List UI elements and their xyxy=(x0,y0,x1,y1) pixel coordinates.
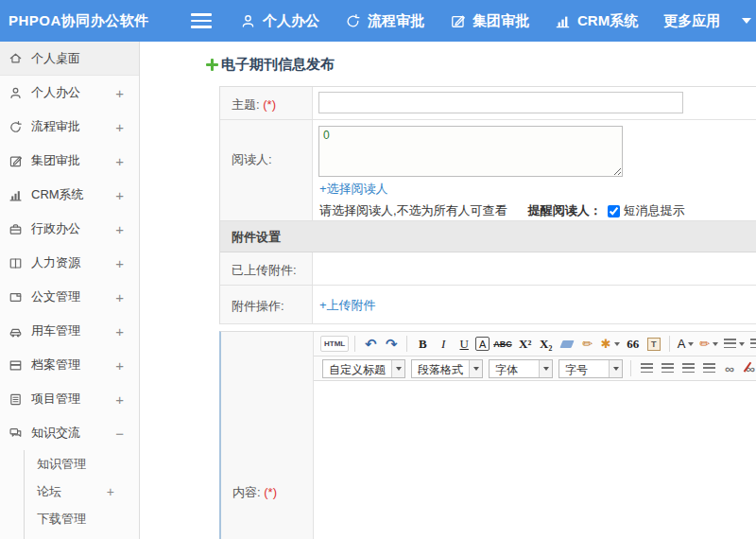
unordered-list-button[interactable] xyxy=(748,335,756,354)
strikethrough-button[interactable]: ABC xyxy=(491,335,514,354)
superscript-button[interactable]: X² xyxy=(516,335,535,354)
align-right-button[interactable] xyxy=(679,359,697,378)
sidebar-item-档案管理[interactable]: 档案管理+ xyxy=(0,348,139,382)
expander-icon[interactable]: + xyxy=(115,119,129,135)
redo-button[interactable]: ↷ xyxy=(382,335,401,354)
bar-chart-icon xyxy=(9,188,23,202)
caret-down-icon[interactable] xyxy=(539,360,552,377)
caret-down-icon[interactable] xyxy=(391,360,404,377)
editor-content-area[interactable] xyxy=(314,381,756,539)
sidebar-sublist: 知识管理论坛+下载管理公共文件柜 xyxy=(24,450,139,539)
app-title: PHPOA协同办公软件 xyxy=(0,12,191,30)
sms-remind-label: 短消息提示 xyxy=(624,202,685,219)
nav-item-CRM系统[interactable]: CRM系统 xyxy=(555,12,638,30)
subject-input[interactable] xyxy=(318,92,683,113)
expander-icon[interactable]: + xyxy=(115,221,129,237)
sidebar-item-行政办公[interactable]: 行政办公+ xyxy=(0,212,139,246)
expander-icon[interactable]: − xyxy=(115,426,129,442)
expander-icon[interactable]: + xyxy=(115,289,129,305)
sidebar-item-个人办公[interactable]: 个人办公+ xyxy=(0,76,139,110)
sidebar-item-个人桌面[interactable]: 个人桌面 xyxy=(0,42,139,76)
sidebar-item-label: 个人办公 xyxy=(31,84,115,101)
readers-note: 请选择阅读人,不选为所有人可查看 提醒阅读人： 短消息提示 xyxy=(319,202,756,219)
align-center-button[interactable] xyxy=(658,359,677,378)
paragraph-format-select[interactable]: 段落格式 xyxy=(411,359,483,378)
required-mark: (*) xyxy=(264,485,277,499)
remind-readers-label: 提醒阅读人： xyxy=(528,202,602,219)
caret-down-icon[interactable] xyxy=(469,360,482,377)
toolbar-separator xyxy=(630,360,631,376)
sidebar-subitem-知识管理[interactable]: 知识管理 xyxy=(25,450,139,478)
sidebar-item-集团审批[interactable]: 集团审批+ xyxy=(0,144,139,178)
sidebar-subitem-下载管理[interactable]: 下载管理 xyxy=(25,505,139,532)
format-painter-button[interactable]: ✏ xyxy=(578,335,597,354)
sidebar-subitem-论坛[interactable]: 论坛+ xyxy=(25,478,139,505)
nav-item-集团审批[interactable]: 集团审批 xyxy=(450,12,529,30)
subscript-button[interactable]: X₂ xyxy=(537,335,556,354)
uploaded-attachments-label: 已上传附件: xyxy=(220,252,313,285)
sidebar-item-人力资源[interactable]: 人力资源+ xyxy=(0,246,139,280)
nav-item-label: 个人办公 xyxy=(263,12,319,30)
highlight-color-button[interactable]: ✏ xyxy=(697,335,720,354)
unlink-button[interactable]: ∞ xyxy=(741,359,756,378)
editor-toolbar-row2: 自定义标题段落格式字体字号∞∞ xyxy=(314,356,756,381)
nav-item-流程审批[interactable]: 流程审批 xyxy=(345,12,424,30)
auto-typeset-button[interactable]: ✱ xyxy=(599,335,622,354)
eraser-button[interactable] xyxy=(558,335,576,354)
font-color-button[interactable]: A xyxy=(676,335,696,354)
ordered-list-button[interactable] xyxy=(722,335,747,354)
align-left-button[interactable] xyxy=(637,359,656,378)
expander-icon[interactable]: + xyxy=(115,391,129,408)
sidebar-subitem-公共文件柜[interactable]: 公共文件柜 xyxy=(25,532,139,539)
html-source-button[interactable]: HTML xyxy=(320,336,349,352)
sidebar-item-流程审批[interactable]: 流程审批+ xyxy=(0,110,139,144)
underline-button[interactable]: U xyxy=(455,335,473,354)
caret-down-icon[interactable] xyxy=(609,360,622,377)
sidebar-item-label: 档案管理 xyxy=(31,356,115,374)
sidebar-item-项目管理[interactable]: 项目管理+ xyxy=(0,382,139,416)
sidebar-item-用车管理[interactable]: 用车管理+ xyxy=(0,314,139,348)
bold-button[interactable]: B xyxy=(413,335,432,354)
sms-remind-checkbox[interactable] xyxy=(608,205,620,217)
nav-item-更多应用[interactable]: 更多应用 xyxy=(663,12,751,30)
sidebar-item-公文管理[interactable]: 公文管理+ xyxy=(0,280,139,314)
paste-as-text-button[interactable]: T xyxy=(644,335,663,354)
chat-icon xyxy=(9,426,23,441)
attachment-ops-row: 附件操作: +上传附件 xyxy=(220,286,756,324)
sidebar-subitem-label: 下载管理 xyxy=(37,511,139,528)
caret-down-icon[interactable] xyxy=(739,342,745,346)
caret-down-icon[interactable] xyxy=(713,342,718,346)
caret-down-icon[interactable] xyxy=(742,18,751,24)
readers-textarea[interactable]: 0 xyxy=(318,126,623,177)
expander-icon[interactable]: + xyxy=(115,255,129,271)
sidebar-item-知识交流[interactable]: 知识交流− xyxy=(0,416,139,450)
sidebar-item-label: 项目管理 xyxy=(31,391,115,408)
nav-item-个人办公[interactable]: 个人办公 xyxy=(240,12,319,30)
font-size-select[interactable]: 字号 xyxy=(558,359,623,378)
link-button[interactable]: ∞ xyxy=(720,359,739,378)
expander-icon[interactable]: + xyxy=(115,85,129,101)
expander-icon[interactable]: + xyxy=(115,153,129,169)
sidebar-subitem-label: 论坛 xyxy=(37,483,107,500)
sidebar-item-CRM系统[interactable]: CRM系统+ xyxy=(0,178,139,212)
expander-icon[interactable]: + xyxy=(115,323,129,339)
font-style-button[interactable]: A xyxy=(475,337,490,351)
hamburger-menu-icon[interactable] xyxy=(191,13,212,28)
expander-icon[interactable]: + xyxy=(115,357,129,374)
heading-select[interactable]: 自定义标题 xyxy=(322,359,405,378)
font-family-select[interactable]: 字体 xyxy=(489,359,553,378)
blockquote-button[interactable]: 66 xyxy=(624,335,643,354)
expander-icon[interactable]: + xyxy=(107,484,139,499)
select-readers-link[interactable]: +选择阅读人 xyxy=(319,181,388,198)
sidebar-item-label: 个人桌面 xyxy=(31,50,129,67)
align-justify-button[interactable] xyxy=(699,359,718,378)
undo-button[interactable]: ↶ xyxy=(361,335,380,354)
sidebar-item-label: CRM系统 xyxy=(31,186,115,203)
upload-attachment-link[interactable]: +上传附件 xyxy=(319,297,376,314)
sidebar-item-label: 公文管理 xyxy=(31,288,115,305)
expander-icon[interactable]: + xyxy=(115,187,129,203)
caret-down-icon[interactable] xyxy=(688,342,694,346)
process-icon xyxy=(9,120,23,134)
caret-down-icon[interactable] xyxy=(614,342,620,346)
italic-button[interactable]: I xyxy=(434,335,453,354)
